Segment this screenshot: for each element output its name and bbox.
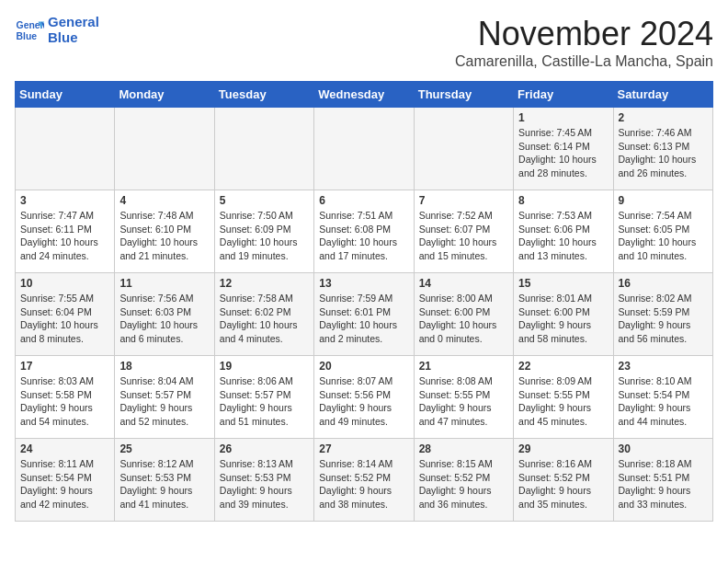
day-info: Sunrise: 8:02 AM Sunset: 5:59 PM Dayligh…	[619, 292, 708, 346]
day-number: 18	[119, 360, 209, 373]
day-cell: 1Sunrise: 7:45 AM Sunset: 6:14 PM Daylig…	[514, 108, 613, 190]
day-info: Sunrise: 8:00 AM Sunset: 6:00 PM Dayligh…	[419, 292, 508, 346]
day-number: 12	[220, 277, 309, 290]
logo-general: General	[48, 15, 99, 30]
day-number: 22	[518, 360, 608, 373]
day-cell: 3Sunrise: 7:47 AM Sunset: 6:11 PM Daylig…	[16, 190, 115, 273]
day-number: 27	[319, 442, 408, 455]
day-number: 1	[518, 111, 608, 124]
calendar-header: SundayMondayTuesdayWednesdayThursdayFrid…	[16, 82, 713, 108]
day-cell: 27Sunrise: 8:14 AM Sunset: 5:52 PM Dayli…	[314, 439, 414, 522]
logo-blue: Blue	[48, 30, 99, 46]
day-cell: 5Sunrise: 7:50 AM Sunset: 6:09 PM Daylig…	[214, 190, 313, 273]
day-cell: 20Sunrise: 8:07 AM Sunset: 5:56 PM Dayli…	[314, 356, 414, 439]
day-cell: 21Sunrise: 8:08 AM Sunset: 5:55 PM Dayli…	[414, 356, 513, 439]
day-cell	[314, 108, 414, 190]
day-number: 25	[119, 442, 209, 455]
header-cell-monday: Monday	[115, 82, 214, 108]
calendar-table: SundayMondayTuesdayWednesdayThursdayFrid…	[15, 81, 713, 522]
day-cell: 12Sunrise: 7:58 AM Sunset: 6:02 PM Dayli…	[214, 273, 313, 356]
week-row-1: 1Sunrise: 7:45 AM Sunset: 6:14 PM Daylig…	[16, 108, 713, 190]
day-cell: 19Sunrise: 8:06 AM Sunset: 5:57 PM Dayli…	[214, 356, 313, 439]
day-info: Sunrise: 8:08 AM Sunset: 5:55 PM Dayligh…	[419, 374, 508, 429]
day-cell: 6Sunrise: 7:51 AM Sunset: 6:08 PM Daylig…	[314, 190, 414, 273]
day-number: 24	[20, 442, 109, 455]
day-info: Sunrise: 8:14 AM Sunset: 5:52 PM Dayligh…	[319, 457, 408, 511]
day-info: Sunrise: 8:06 AM Sunset: 5:57 PM Dayligh…	[220, 374, 309, 429]
page-header: General Blue General Blue November 2024 …	[15, 15, 713, 70]
day-number: 26	[220, 442, 309, 455]
day-info: Sunrise: 7:45 AM Sunset: 6:14 PM Dayligh…	[518, 126, 608, 180]
day-number: 28	[419, 442, 508, 455]
day-info: Sunrise: 8:04 AM Sunset: 5:57 PM Dayligh…	[119, 374, 209, 429]
logo-icon: General Blue	[15, 16, 44, 45]
week-row-5: 24Sunrise: 8:11 AM Sunset: 5:54 PM Dayli…	[16, 439, 713, 522]
day-info: Sunrise: 8:18 AM Sunset: 5:51 PM Dayligh…	[619, 457, 708, 511]
header-cell-wednesday: Wednesday	[314, 82, 414, 108]
day-info: Sunrise: 8:09 AM Sunset: 5:55 PM Dayligh…	[518, 374, 608, 429]
week-row-2: 3Sunrise: 7:47 AM Sunset: 6:11 PM Daylig…	[16, 190, 713, 273]
day-number: 2	[619, 111, 708, 124]
day-number: 10	[20, 277, 109, 290]
day-number: 5	[220, 194, 309, 207]
day-cell: 10Sunrise: 7:55 AM Sunset: 6:04 PM Dayli…	[16, 273, 115, 356]
day-info: Sunrise: 7:46 AM Sunset: 6:13 PM Dayligh…	[619, 126, 708, 180]
title-block: November 2024 Camarenilla, Castille-La M…	[455, 15, 713, 70]
svg-text:Blue: Blue	[17, 30, 38, 40]
day-number: 20	[319, 360, 408, 373]
day-number: 15	[518, 277, 608, 290]
day-number: 19	[220, 360, 309, 373]
day-number: 16	[619, 277, 708, 290]
day-number: 3	[20, 194, 109, 207]
day-number: 17	[20, 360, 109, 373]
week-row-4: 17Sunrise: 8:03 AM Sunset: 5:58 PM Dayli…	[16, 356, 713, 439]
day-info: Sunrise: 8:13 AM Sunset: 5:53 PM Dayligh…	[220, 457, 309, 511]
day-info: Sunrise: 7:56 AM Sunset: 6:03 PM Dayligh…	[119, 292, 209, 346]
day-cell: 14Sunrise: 8:00 AM Sunset: 6:00 PM Dayli…	[414, 273, 513, 356]
day-cell: 7Sunrise: 7:52 AM Sunset: 6:07 PM Daylig…	[414, 190, 513, 273]
day-cell: 8Sunrise: 7:53 AM Sunset: 6:06 PM Daylig…	[514, 190, 613, 273]
day-info: Sunrise: 8:11 AM Sunset: 5:54 PM Dayligh…	[20, 457, 109, 511]
day-info: Sunrise: 8:10 AM Sunset: 5:54 PM Dayligh…	[619, 374, 708, 429]
day-cell: 28Sunrise: 8:15 AM Sunset: 5:52 PM Dayli…	[414, 439, 513, 522]
day-info: Sunrise: 7:52 AM Sunset: 6:07 PM Dayligh…	[419, 209, 508, 263]
day-info: Sunrise: 8:03 AM Sunset: 5:58 PM Dayligh…	[20, 374, 109, 429]
week-row-3: 10Sunrise: 7:55 AM Sunset: 6:04 PM Dayli…	[16, 273, 713, 356]
header-cell-friday: Friday	[514, 82, 613, 108]
header-cell-thursday: Thursday	[414, 82, 513, 108]
month-title: November 2024	[455, 15, 713, 53]
day-cell: 23Sunrise: 8:10 AM Sunset: 5:54 PM Dayli…	[613, 356, 712, 439]
day-info: Sunrise: 7:53 AM Sunset: 6:06 PM Dayligh…	[518, 209, 608, 263]
day-info: Sunrise: 7:51 AM Sunset: 6:08 PM Dayligh…	[319, 209, 408, 263]
day-number: 7	[419, 194, 508, 207]
day-cell: 15Sunrise: 8:01 AM Sunset: 6:00 PM Dayli…	[514, 273, 613, 356]
day-info: Sunrise: 7:59 AM Sunset: 6:01 PM Dayligh…	[319, 292, 408, 346]
day-info: Sunrise: 8:07 AM Sunset: 5:56 PM Dayligh…	[319, 374, 408, 429]
day-cell: 9Sunrise: 7:54 AM Sunset: 6:05 PM Daylig…	[613, 190, 712, 273]
day-info: Sunrise: 7:50 AM Sunset: 6:09 PM Dayligh…	[220, 209, 309, 263]
day-number: 9	[619, 194, 708, 207]
day-number: 13	[319, 277, 408, 290]
day-cell: 26Sunrise: 8:13 AM Sunset: 5:53 PM Dayli…	[214, 439, 313, 522]
day-number: 30	[619, 442, 708, 455]
day-cell	[16, 108, 115, 190]
day-number: 4	[119, 194, 209, 207]
day-number: 21	[419, 360, 508, 373]
header-cell-saturday: Saturday	[613, 82, 712, 108]
header-cell-tuesday: Tuesday	[214, 82, 313, 108]
header-cell-sunday: Sunday	[16, 82, 115, 108]
day-number: 8	[518, 194, 608, 207]
day-cell: 2Sunrise: 7:46 AM Sunset: 6:13 PM Daylig…	[613, 108, 712, 190]
day-number: 23	[619, 360, 708, 373]
day-info: Sunrise: 7:55 AM Sunset: 6:04 PM Dayligh…	[20, 292, 109, 346]
day-info: Sunrise: 8:12 AM Sunset: 5:53 PM Dayligh…	[119, 457, 209, 511]
day-info: Sunrise: 7:48 AM Sunset: 6:10 PM Dayligh…	[119, 209, 209, 263]
day-number: 29	[518, 442, 608, 455]
logo: General Blue General Blue	[15, 15, 99, 45]
day-cell	[115, 108, 214, 190]
day-number: 11	[119, 277, 209, 290]
day-cell: 24Sunrise: 8:11 AM Sunset: 5:54 PM Dayli…	[16, 439, 115, 522]
day-cell: 22Sunrise: 8:09 AM Sunset: 5:55 PM Dayli…	[514, 356, 613, 439]
day-cell: 13Sunrise: 7:59 AM Sunset: 6:01 PM Dayli…	[314, 273, 414, 356]
calendar-body: 1Sunrise: 7:45 AM Sunset: 6:14 PM Daylig…	[16, 108, 713, 522]
